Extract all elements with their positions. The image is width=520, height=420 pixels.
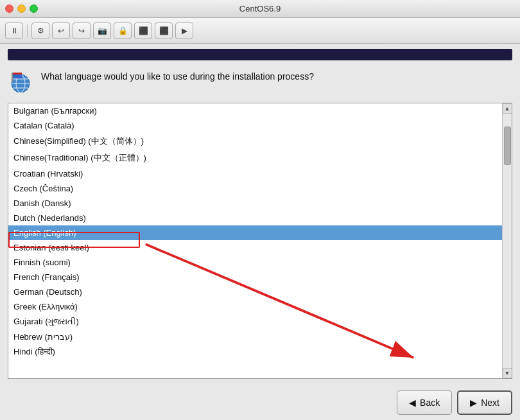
language-item-french[interactable]: French (Français) <box>8 270 502 284</box>
language-item-hindi[interactable]: Hindi (हिन्दी) <box>8 344 502 360</box>
language-item-greek[interactable]: Greek (Ελληνικά) <box>8 299 502 314</box>
progress-fill <box>8 49 512 60</box>
window-controls[interactable] <box>5 4 38 13</box>
language-item-english[interactable]: English (English) <box>8 225 502 240</box>
forward-nav-button[interactable]: ↪ <box>73 22 91 39</box>
language-item-gujarati[interactable]: Gujarati (ગુજરાતી) <box>8 314 502 329</box>
language-item-hebrew[interactable]: Hebrew (עברית) <box>8 329 502 344</box>
bottom-bar: ◀ Back ▶ Next <box>0 385 520 420</box>
language-item-bulgarian[interactable]: Bulgarian (Български) <box>8 103 502 118</box>
toolbar: ⏸ ⚙ ↩ ↪ 📷 🔒 ⬛ ⬛ ▶ <box>0 18 520 44</box>
pause-button[interactable]: ⏸ <box>5 22 23 39</box>
language-item-dutch[interactable]: Dutch (Nederlands) <box>8 211 502 225</box>
window-title: CentOS6.9 <box>239 4 281 13</box>
scroll-up-button[interactable]: ▲ <box>503 103 512 114</box>
globe-icon <box>8 69 33 95</box>
language-item-danish[interactable]: Danish (Dansk) <box>8 196 502 211</box>
language-list[interactable]: Bulgarian (Български)Catalan (Català)Chi… <box>8 103 502 378</box>
svg-rect-7 <box>13 73 22 74</box>
language-item-estonian[interactable]: Estonian (eesti keel) <box>8 240 502 255</box>
language-item-german[interactable]: German (Deutsch) <box>8 284 502 299</box>
svg-rect-5 <box>12 73 13 82</box>
settings-button[interactable]: ⚙ <box>31 22 49 39</box>
back-label: Back <box>420 398 440 408</box>
minimize-button[interactable] <box>17 4 26 13</box>
separator-1 <box>27 24 28 37</box>
next-label: Next <box>481 398 499 408</box>
back-button[interactable]: ◀ Back <box>397 390 452 415</box>
lock-button[interactable]: 🔒 <box>114 22 132 39</box>
scroll-thumb[interactable] <box>504 127 511 165</box>
back-arrow-icon: ◀ <box>409 398 416 408</box>
progress-bar <box>8 49 512 60</box>
close-button[interactable] <box>5 4 13 13</box>
title-bar: CentOS6.9 <box>0 0 520 18</box>
next-button[interactable]: ▶ Next <box>457 390 512 415</box>
next-arrow-icon: ▶ <box>470 398 477 408</box>
language-item-czech[interactable]: Czech (Čeština) <box>8 181 502 196</box>
progress-area <box>0 44 520 63</box>
scroll-down-button[interactable]: ▼ <box>503 368 512 378</box>
usb-button[interactable]: ⬛ <box>134 22 152 39</box>
network-button[interactable]: ⬛ <box>155 22 173 39</box>
language-item-catalan[interactable]: Catalan (Català) <box>8 118 502 133</box>
header-question: What language would you like to use duri… <box>41 69 314 83</box>
main-content: What language would you like to use duri… <box>0 63 520 385</box>
back-nav-button[interactable]: ↩ <box>52 22 70 39</box>
language-item-croatian[interactable]: Croatian (Hrvatski) <box>8 166 502 181</box>
language-item-chinese-traditional[interactable]: Chinese(Traditional) (中文（正體）) <box>8 150 502 166</box>
maximize-button[interactable] <box>30 4 38 13</box>
screenshot-button[interactable]: 📷 <box>93 22 111 39</box>
more-button[interactable]: ▶ <box>175 22 193 39</box>
scrollbar[interactable]: ▲ ▼ <box>502 103 512 378</box>
language-list-container: Bulgarian (Български)Catalan (Català)Chi… <box>8 103 512 379</box>
language-item-chinese-simplified[interactable]: Chinese(Simplified) (中文（简体）) <box>8 133 502 150</box>
language-item-finnish[interactable]: Finnish (suomi) <box>8 255 502 270</box>
header-row: What language would you like to use duri… <box>8 69 512 95</box>
